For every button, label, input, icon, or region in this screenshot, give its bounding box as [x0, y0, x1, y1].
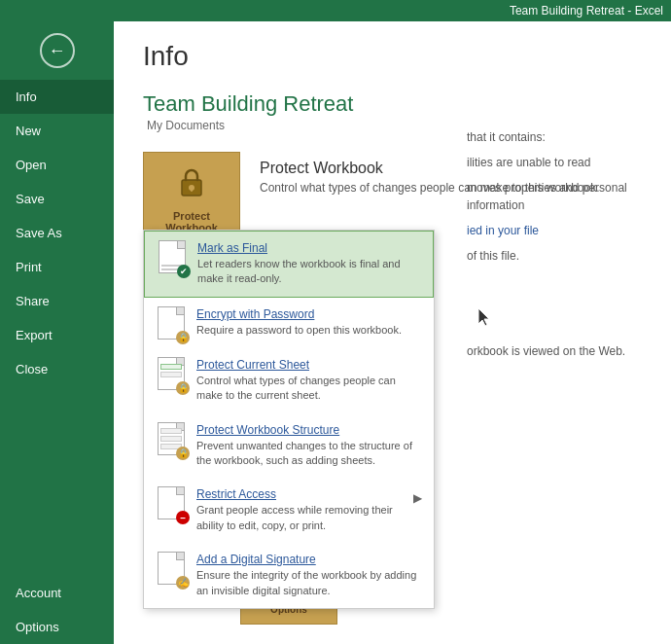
- sidebar-item-options[interactable]: Options: [0, 610, 114, 644]
- protect-dropdown-menu: ✔ Mark as Final Let readers know the wor…: [143, 230, 435, 609]
- sidebar-item-save-as[interactable]: Save As: [0, 216, 114, 250]
- svg-rect-2: [191, 188, 193, 192]
- back-icon: ←: [40, 33, 75, 68]
- sidebar-item-new[interactable]: New: [0, 114, 114, 148]
- right-line4: ied in your file: [467, 222, 661, 239]
- menu-item-digital-sig[interactable]: ✍ Add a Digital Signature Ensure the int…: [144, 543, 434, 608]
- mark-final-text: Mark as Final Let readers know the workb…: [197, 241, 421, 287]
- sidebar-item-account[interactable]: Account: [0, 576, 114, 610]
- menu-item-protect-sheet[interactable]: 🔒 Protect Current Sheet Control what typ…: [144, 348, 434, 413]
- menu-item-mark-final[interactable]: ✔ Mark as Final Let readers know the wor…: [144, 231, 434, 298]
- protect-sheet-title: Protect Current Sheet: [196, 358, 422, 372]
- right-panel: that it contains: ilities are unable to …: [457, 119, 671, 377]
- doc-title: Team Building Retreat: [143, 91, 642, 117]
- right-line2: ilities are unable to read: [467, 154, 661, 171]
- protect-sheet-icon: 🔒: [156, 358, 187, 389]
- sidebar-item-export[interactable]: Export: [0, 318, 114, 352]
- restrict-icon: –: [156, 487, 187, 519]
- right-line1: that it contains:: [467, 128, 661, 146]
- encrypt-title: Encrypt with Password: [196, 307, 422, 321]
- sidebar-item-close[interactable]: Close: [0, 352, 114, 386]
- digital-sig-title: Add a Digital Signature: [196, 553, 422, 566]
- digital-sig-text: Add a Digital Signature Ensure the integ…: [196, 553, 422, 598]
- encrypt-icon: 🔒: [156, 307, 187, 339]
- back-button[interactable]: ←: [0, 21, 114, 80]
- title-bar: Team Building Retreat - Excel: [0, 0, 671, 21]
- restrict-desc: Grant people access while removing their…: [196, 503, 413, 533]
- sidebar-item-print[interactable]: Print: [0, 250, 114, 284]
- lock-icon: [174, 164, 209, 206]
- restrict-arrow: ▶: [413, 487, 422, 505]
- menu-item-restrict[interactable]: – Restrict Access Grant people access wh…: [144, 478, 434, 543]
- right-line5: of this file.: [467, 247, 661, 265]
- mark-final-icon: ✔: [157, 241, 188, 272]
- restrict-text: Restrict Access Grant people access whil…: [196, 487, 413, 533]
- protect-structure-title: Protect Workbook Structure: [196, 423, 422, 437]
- protect-structure-text: Protect Workbook Structure Prevent unwan…: [196, 423, 422, 469]
- sidebar-item-save[interactable]: Save: [0, 182, 114, 216]
- right-line6: orkbook is viewed on the Web.: [467, 342, 661, 360]
- restrict-title: Restrict Access: [196, 487, 413, 501]
- menu-item-protect-structure[interactable]: 🔒 Protect Workbook Structure Prevent unw…: [144, 413, 434, 479]
- protect-sheet-desc: Control what types of changes people can…: [196, 374, 422, 404]
- mark-final-desc: Let readers know the workbook is final a…: [197, 257, 421, 287]
- sidebar-item-share[interactable]: Share: [0, 284, 114, 318]
- encrypt-desc: Require a password to open this workbook…: [196, 323, 422, 338]
- main-content: Info Team Building Retreat My Documents …: [114, 21, 671, 644]
- sidebar: ← Info New Open Save Save As Print Share…: [0, 21, 114, 644]
- title-bar-text: Team Building Retreat - Excel: [510, 4, 663, 18]
- right-line3: moves properties and personal informatio…: [467, 179, 661, 214]
- mark-final-title: Mark as Final: [197, 241, 421, 255]
- protect-sheet-text: Protect Current Sheet Control what types…: [196, 358, 422, 404]
- protect-structure-icon: 🔒: [156, 423, 187, 454]
- digital-sig-icon: ✍: [156, 553, 187, 584]
- sidebar-item-info[interactable]: Info: [0, 80, 114, 114]
- menu-item-encrypt[interactable]: 🔒 Encrypt with Password Require a passwo…: [144, 298, 434, 348]
- page-title: Info: [143, 41, 642, 72]
- encrypt-text: Encrypt with Password Require a password…: [196, 307, 422, 338]
- digital-sig-desc: Ensure the integrity of the workbook by …: [196, 568, 422, 598]
- sidebar-item-open[interactable]: Open: [0, 148, 114, 182]
- protect-structure-desc: Prevent unwanted changes to the structur…: [196, 439, 422, 469]
